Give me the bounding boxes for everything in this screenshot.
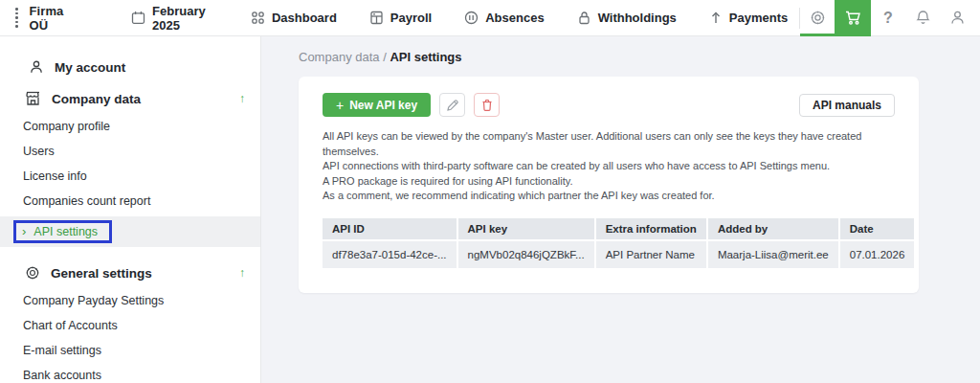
lock-icon (577, 11, 591, 25)
period-selector[interactable]: February 2025 (131, 4, 211, 33)
nav-withholdings[interactable]: Withholdings (577, 11, 677, 25)
column-header-api-key[interactable]: API key (458, 218, 594, 239)
collapse-arrow-icon[interactable]: ↑ (239, 92, 245, 105)
notifications-button[interactable] (905, 0, 940, 36)
profile-button[interactable] (940, 0, 974, 36)
period-label: February 2025 (152, 4, 211, 33)
nav-payroll[interactable]: Payroll (369, 11, 432, 25)
nav-label: Payments (729, 11, 788, 25)
toolbar: + New API key (323, 93, 895, 117)
api-settings-card: + New API key (299, 77, 919, 293)
top-nav: Dashboard Payroll Absences (251, 11, 788, 25)
chevron-right-icon: › (22, 227, 26, 237)
sidebar-section-company-data[interactable]: Company data ↑ (0, 86, 260, 111)
sidebar-item-my-account[interactable]: My account (0, 56, 260, 79)
cell-date: 07.01.2026 (840, 241, 915, 268)
info-line: All API keys can be viewed by the compan… (323, 129, 895, 159)
cell-added-by: Maarja-Liisa@merit.ee (708, 241, 838, 268)
cell-api-key: ngMVb02q846jQZBkF... (458, 241, 594, 268)
button-label: New API key (349, 99, 417, 112)
sidebar: My account Company data ↑ Company profil… (0, 36, 261, 383)
question-mark-icon: ? (883, 10, 893, 27)
trash-icon (480, 99, 494, 112)
column-header-date[interactable]: Date (840, 218, 915, 239)
cell-api-id: df78e3a7-015d-42ce-... (323, 241, 457, 268)
table-header-row: API ID API key Extra information Added b… (323, 218, 914, 239)
api-keys-table: API ID API key Extra information Added b… (321, 216, 916, 270)
focus-highlight-box: › API settings (13, 220, 112, 243)
nav-label: Payroll (390, 11, 432, 25)
sidebar-section-title: General settings (51, 266, 152, 281)
company-name: Firma OÜ (30, 4, 73, 33)
bell-icon (915, 10, 931, 26)
gear-icon (810, 10, 826, 26)
sidebar-item-email-settings[interactable]: E-mail settings (0, 341, 260, 360)
main-content: Company data / API settings + New API ke… (261, 36, 980, 383)
info-line: As a comment, we recommend indicating wh… (323, 189, 895, 204)
shopping-cart-icon (844, 9, 862, 27)
column-header-extra-information[interactable]: Extra information (596, 218, 706, 239)
sidebar-item-bank-accounts[interactable]: Bank accounts (0, 366, 260, 383)
new-api-key-button[interactable]: + New API key (323, 93, 431, 117)
info-line: API connections with third-party softwar… (323, 159, 895, 174)
dashboard-icon (251, 11, 265, 25)
settings-button[interactable] (800, 0, 835, 36)
pencil-icon (446, 99, 459, 112)
column-header-added-by[interactable]: Added by (708, 218, 838, 239)
person-icon (949, 10, 966, 26)
sidebar-item-api-settings[interactable]: › API settings (0, 216, 260, 247)
sidebar-item-users[interactable]: Users (0, 142, 260, 161)
person-icon (29, 59, 44, 75)
breadcrumb-separator: / (380, 50, 390, 64)
table-row[interactable]: df78e3a7-015d-42ce-... ngMVb02q846jQZBkF… (323, 241, 914, 268)
arrow-up-icon (709, 11, 723, 25)
delete-button[interactable] (474, 93, 500, 117)
breadcrumb: Company data / API settings (299, 50, 980, 64)
plus-icon: + (336, 98, 344, 113)
help-button[interactable]: ? (871, 0, 905, 36)
sidebar-item-license-info[interactable]: License info (0, 167, 260, 186)
sidebar-label: API settings (33, 225, 98, 238)
sidebar-item-company-payday-settings[interactable]: Company Payday Settings (0, 291, 260, 310)
topbar-actions: ? (800, 0, 980, 36)
payroll-icon (369, 11, 384, 25)
edit-button[interactable] (439, 93, 465, 117)
nav-label: Dashboard (272, 11, 337, 25)
breadcrumb-current: API settings (390, 50, 461, 64)
cell-extra-information: API Partner Name (596, 241, 706, 268)
breadcrumb-parent[interactable]: Company data (299, 50, 380, 64)
sidebar-label: My account (55, 60, 125, 75)
pause-circle-icon (464, 11, 479, 25)
sidebar-section-general-settings[interactable]: General settings ↑ (0, 260, 260, 285)
sidebar-item-company-profile[interactable]: Company profile (0, 117, 260, 136)
info-line: A PRO package is required for using API … (323, 174, 895, 190)
nav-absences[interactable]: Absences (464, 11, 544, 25)
gear-icon (25, 265, 40, 281)
drag-handle-icon[interactable] (15, 8, 18, 28)
api-info-text: All API keys can be viewed by the compan… (323, 129, 895, 204)
calendar-icon (131, 11, 145, 25)
store-button[interactable] (835, 0, 871, 36)
nav-label: Withholdings (598, 11, 677, 25)
sidebar-section-title: Company data (52, 92, 141, 106)
api-manuals-button[interactable]: API manuals (799, 94, 895, 117)
storefront-icon (25, 91, 41, 106)
nav-label: Absences (485, 11, 544, 25)
sidebar-item-chart-of-accounts[interactable]: Chart of Accounts (0, 316, 260, 335)
nav-dashboard[interactable]: Dashboard (251, 11, 337, 25)
collapse-arrow-icon[interactable]: ↑ (239, 266, 245, 280)
column-header-api-id[interactable]: API ID (323, 218, 457, 239)
nav-payments[interactable]: Payments (709, 11, 788, 25)
sidebar-item-companies-count-report[interactable]: Companies count report (0, 192, 260, 211)
topbar: Firma OÜ February 2025 Dashboard (0, 0, 980, 36)
